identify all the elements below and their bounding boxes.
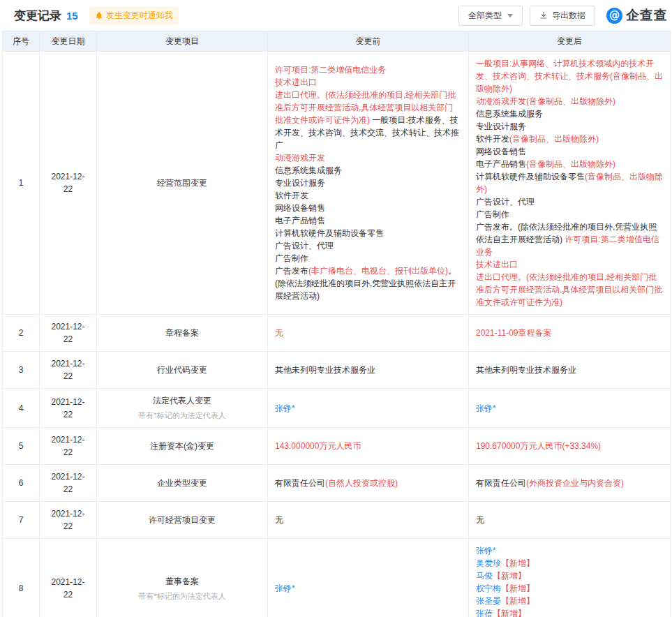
change-date: 2021-12-22: [40, 428, 97, 465]
text-segment: 动漫游戏开发: [275, 153, 325, 163]
text-segment: (外商投资企业与内资合资): [526, 478, 624, 488]
change-item: 章程备案: [97, 315, 268, 352]
text-segment: 190.670000万元人民币(+33.34%): [476, 441, 601, 451]
cell-line: 广告发布。(除依法须经批准的项目外,凭营业执照依法自主开展经营活动) 许可项目:…: [476, 221, 663, 258]
cell-line: 张铮*: [275, 582, 461, 595]
change-item-label: 经营范围变更: [104, 177, 260, 189]
cell-line: 信息系统集成服务: [476, 107, 663, 120]
change-date: 2021-12-22: [40, 502, 97, 539]
type-filter-dropdown[interactable]: 全部类型: [458, 6, 523, 26]
cell-line: 网络设备销售: [275, 202, 461, 214]
text-segment: 其他未列明专业技术服务业: [476, 365, 576, 375]
text-segment: 无: [275, 515, 283, 525]
qcc-brand-name: 企查查: [626, 6, 668, 24]
before-cell: 其他未列明专业技术服务业: [268, 352, 469, 389]
text-segment: (非广播电台、电视台、报刊出版单位): [308, 266, 448, 276]
entity-link[interactable]: 张铮*: [476, 403, 496, 413]
change-item-label: 注册资本(金)变更: [104, 440, 260, 452]
entity-link[interactable]: 张圣晏: [476, 596, 501, 606]
table-row: 82021-12-22董事备案带有*标记的为法定代表人张铮*张铮*吴爱珍【新增】…: [3, 539, 671, 617]
cell-line: 进出口代理。(依法须经批准的项目,经相关部门批准后方可开展经营活动,具体经营项目…: [275, 89, 461, 151]
cell-line: 无: [476, 514, 663, 526]
change-date: 2021-12-22: [40, 315, 97, 352]
row-number: 6: [3, 465, 40, 502]
col-header-after: 变更后: [469, 31, 671, 52]
text-segment: 技术进出口: [476, 260, 518, 269]
entity-link[interactable]: 张铮*: [476, 546, 496, 556]
entity-link[interactable]: 吴爱珍: [476, 558, 501, 568]
cell-line: 信息系统集成服务: [275, 164, 461, 177]
text-segment: 广告制作: [476, 209, 509, 219]
after-cell: 张铮*吴爱珍【新增】马俊【新增】权宁梅【新增】张圣晏【新增】张蓓【新增】张文光【…: [469, 539, 671, 617]
change-date: 2021-12-22: [40, 389, 97, 428]
cell-line: 电子产品销售(音像制品、出版物除外): [476, 158, 663, 170]
text-segment: 有限责任公司: [275, 478, 325, 488]
top-bar: 变更记录 15 发生变更时通知我 全部类型 导出数据 @ 企查查: [0, 0, 672, 28]
text-segment: 软件开发: [476, 134, 509, 144]
table-body: 12021-12-22经营范围变更许可项目:第二类增值电信业务技术进出口进出口代…: [3, 52, 671, 617]
notify-label: 发生变更时通知我: [106, 10, 173, 22]
before-cell: 张铮*: [268, 389, 469, 428]
change-item: 行业代码变更: [97, 352, 268, 389]
change-date: 2021-12-22: [40, 352, 97, 389]
cell-line: 有限责任公司(自然人投资或控股): [275, 477, 461, 489]
cell-line: 张圣晏【新增】: [476, 595, 663, 607]
change-item-label: 董事备案: [104, 575, 260, 588]
cell-line: 技术进出口: [476, 258, 663, 271]
after-cell: 其他未列明专业技术服务业: [469, 352, 671, 389]
cell-line: 软件开发(音像制品、出版物除外): [476, 133, 663, 145]
cell-line: 网络设备销售: [476, 145, 663, 158]
table-row: 62021-12-22企业类型变更有限责任公司(自然人投资或控股)有限责任公司(…: [3, 465, 671, 502]
table-row: 12021-12-22经营范围变更许可项目:第二类增值电信业务技术进出口进出口代…: [3, 52, 671, 315]
entity-link[interactable]: 张蓓: [476, 609, 493, 617]
notify-on-change-button[interactable]: 发生变更时通知我: [89, 7, 179, 24]
new-tag: 【新增】: [501, 596, 535, 606]
change-item-label: 行业代码变更: [104, 364, 260, 376]
record-count: 15: [66, 10, 78, 22]
cell-line: 无: [275, 514, 461, 526]
col-header-item: 变更项目: [97, 31, 268, 52]
cell-line: 其他未列明专业技术服务业: [275, 364, 461, 376]
text-segment: 广告设计、代理: [275, 241, 334, 251]
change-item-label: 企业类型变更: [104, 477, 260, 489]
row-number: 4: [3, 389, 40, 428]
legal-rep-note: 带有*标记的为法定代表人: [104, 590, 260, 602]
table-header: 序号 变更日期 变更项目 变更前 变更后: [3, 31, 671, 52]
row-number: 8: [3, 539, 40, 617]
table-row: 32021-12-22行业代码变更其他未列明专业技术服务业其他未列明专业技术服务…: [3, 352, 671, 389]
export-label: 导出数据: [552, 10, 585, 22]
change-date: 2021-12-22: [40, 539, 97, 617]
cell-line: 专业设计服务: [275, 177, 461, 189]
new-tag: 【新增】: [501, 558, 535, 568]
cell-line: 广告设计、代理: [275, 239, 461, 252]
before-cell: 有限责任公司(自然人投资或控股): [268, 465, 469, 502]
entity-link[interactable]: 张铮*: [275, 403, 295, 413]
change-date: 2021-12-22: [40, 52, 97, 315]
entity-link[interactable]: 张铮*: [275, 583, 295, 593]
text-segment: 许可项目:第二类增值电信业务: [275, 65, 386, 75]
type-filter-label: 全部类型: [468, 10, 502, 22]
table-row: 22021-12-22章程备案无2021-11-09章程备案: [3, 315, 671, 352]
text-segment: 无: [476, 515, 484, 525]
change-item: 许可经营项目变更: [97, 502, 268, 539]
cell-line: 一般项目:从事网络、计算机技术领域内的技术开发、技术咨询、技术转让、技术服务(音…: [476, 57, 663, 95]
cell-line: 张蓓【新增】: [476, 607, 663, 617]
col-header-seq: 序号: [3, 31, 40, 52]
entity-link[interactable]: 马俊: [476, 571, 493, 581]
text-segment: 信息系统集成服务: [476, 109, 543, 119]
bell-icon: [95, 11, 103, 20]
entity-link[interactable]: 权宁梅: [476, 583, 501, 593]
row-number: 3: [3, 352, 40, 389]
qcc-brand-logo[interactable]: @ 企查查: [606, 6, 668, 24]
row-number: 5: [3, 428, 40, 465]
table-row: 42021-12-22法定代表人变更带有*标记的为法定代表人张铮*张铮*: [3, 389, 671, 428]
cell-line: 有限责任公司(外商投资企业与内资合资): [476, 477, 663, 489]
export-data-button[interactable]: 导出数据: [530, 6, 595, 26]
before-cell: 许可项目:第二类增值电信业务技术进出口进出口代理。(依法须经批准的项目,经相关部…: [268, 52, 469, 315]
text-segment: 无: [275, 328, 283, 338]
cell-line: 张铮*: [476, 544, 663, 557]
text-segment: 动漫游戏开发(音像制品、出版物除外): [476, 96, 615, 106]
page-title: 变更记录: [14, 8, 61, 24]
before-cell: 无: [268, 315, 469, 352]
col-header-date: 变更日期: [40, 31, 97, 52]
